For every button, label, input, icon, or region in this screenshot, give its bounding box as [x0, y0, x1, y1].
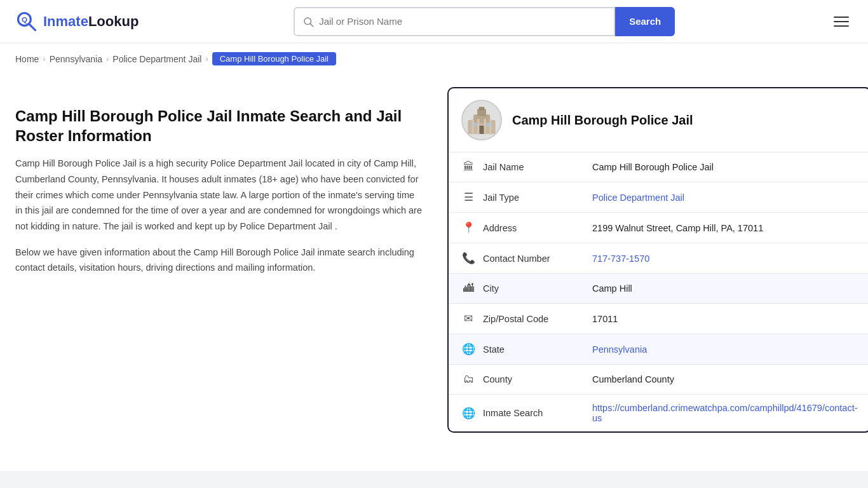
info-row-state: 🌐StatePennsylvania	[449, 334, 868, 365]
info-row-jail-type: ☰Jail TypePolice Department Jail	[449, 182, 868, 213]
breadcrumb-state[interactable]: Pennsylvania	[50, 54, 102, 64]
svg-line-1	[29, 24, 36, 30]
logo-part1: Inmate	[43, 13, 88, 29]
city-value: Camp Hill	[592, 283, 632, 294]
info-card-header: Camp Hill Borough Police Jail	[449, 88, 868, 152]
svg-rect-12	[489, 119, 491, 134]
svg-line-4	[311, 24, 313, 26]
jail-avatar	[461, 100, 502, 140]
svg-rect-10	[477, 119, 479, 134]
info-row-contact: 📞Contact Number717-737-1570	[449, 243, 868, 274]
breadcrumb-home[interactable]: Home	[15, 54, 39, 64]
search-input[interactable]	[319, 16, 606, 27]
footer-bar	[0, 471, 868, 488]
page-desc-2: Below we have given information about th…	[15, 245, 422, 276]
info-card: Camp Hill Borough Police Jail 🏛Jail Name…	[447, 87, 868, 433]
zip-label: Zip/Postal Code	[483, 314, 585, 324]
inmate-search-value[interactable]: https://cumberland.crimewatchpa.com/camp…	[592, 403, 857, 423]
page-heading: Camp Hill Borough Police Jail Inmate Sea…	[15, 106, 422, 146]
address-value: 2199 Walnut Street, Camp Hill, PA, 17011	[592, 223, 763, 233]
city-icon: 🏙	[461, 282, 475, 295]
logo-link[interactable]: Q InmateLookup	[15, 10, 139, 33]
search-area: Search	[294, 7, 675, 36]
svg-rect-9	[471, 119, 473, 134]
left-column: Camp Hill Borough Police Jail Inmate Sea…	[15, 87, 422, 433]
jail-type-icon: ☰	[461, 191, 475, 204]
svg-rect-14	[473, 123, 476, 126]
jail-name-value: Camp Hill Borough Police Jail	[592, 162, 714, 172]
address-label: Address	[483, 223, 585, 233]
contact-link[interactable]: 717-737-1570	[592, 254, 649, 264]
contact-value[interactable]: 717-737-1570	[592, 254, 649, 264]
breadcrumb-sep3: ›	[205, 54, 208, 64]
svg-rect-13	[480, 126, 484, 134]
info-row-zip: ✉Zip/Postal Code17011	[449, 304, 868, 334]
jail-type-link[interactable]: Police Department Jail	[592, 193, 684, 203]
search-button[interactable]: Search	[615, 7, 675, 36]
inmate-search-icon: 🌐	[461, 407, 475, 420]
info-row-inmate-search: 🌐Inmate Searchhttps://cumberland.crimewa…	[449, 395, 868, 431]
jail-type-label: Jail Type	[483, 193, 585, 203]
jail-type-value[interactable]: Police Department Jail	[592, 193, 684, 203]
svg-rect-8	[479, 107, 485, 110]
search-wrapper	[294, 7, 615, 36]
logo-icon: Q	[15, 10, 38, 33]
jail-card-title: Camp Hill Borough Police Jail	[512, 113, 693, 128]
svg-rect-15	[487, 123, 491, 126]
county-label: County	[483, 374, 585, 384]
state-icon: 🌐	[461, 342, 475, 356]
hamburger-line3	[834, 25, 849, 27]
svg-rect-11	[484, 119, 485, 134]
hamburger-line2	[834, 21, 849, 22]
contact-label: Contact Number	[483, 254, 585, 264]
info-row-address: 📍Address2199 Walnut Street, Camp Hill, P…	[449, 213, 868, 243]
right-column: Camp Hill Borough Police Jail 🏛Jail Name…	[447, 87, 868, 433]
main-content: Camp Hill Borough Police Jail Inmate Sea…	[0, 74, 868, 458]
info-row-county: 🗂CountyCumberland County	[449, 365, 868, 395]
inmate-search-link[interactable]: https://cumberland.crimewatchpa.com/camp…	[592, 403, 857, 423]
breadcrumb: Home › Pennsylvania › Police Department …	[0, 43, 868, 74]
site-header: Q InmateLookup Search	[0, 0, 868, 43]
state-value[interactable]: Pennsylvania	[592, 344, 647, 355]
info-row-jail-name: 🏛Jail NameCamp Hill Borough Police Jail	[449, 152, 868, 182]
county-icon: 🗂	[461, 373, 475, 386]
info-rows: 🏛Jail NameCamp Hill Borough Police Jail☰…	[449, 152, 868, 431]
address-icon: 📍	[461, 221, 475, 234]
logo-part2: Lookup	[88, 13, 139, 29]
breadcrumb-sep2: ›	[106, 54, 109, 64]
info-row-city: 🏙CityCamp Hill	[449, 274, 868, 304]
breadcrumb-current: Camp Hill Borough Police Jail	[212, 52, 336, 65]
county-value: Cumberland County	[592, 374, 674, 384]
logo-text: InmateLookup	[43, 13, 139, 30]
breadcrumb-sep1: ›	[43, 54, 45, 64]
search-icon	[302, 16, 314, 27]
breadcrumb-type[interactable]: Police Department Jail	[112, 54, 201, 64]
svg-text:Q: Q	[22, 15, 27, 23]
zip-value: 17011	[592, 314, 618, 324]
contact-icon: 📞	[461, 252, 475, 265]
zip-icon: ✉	[461, 312, 475, 325]
page-desc-1: Camp Hill Borough Police Jail is a high …	[15, 156, 422, 234]
state-label: State	[483, 344, 585, 355]
inmate-search-label: Inmate Search	[483, 408, 585, 418]
jail-name-icon: 🏛	[461, 161, 475, 173]
hamburger-menu[interactable]	[830, 13, 853, 30]
hamburger-line1	[834, 17, 849, 18]
city-label: City	[483, 283, 585, 294]
state-link[interactable]: Pennsylvania	[592, 344, 647, 355]
jail-name-label: Jail Name	[483, 162, 585, 172]
jail-building-icon	[465, 104, 498, 137]
